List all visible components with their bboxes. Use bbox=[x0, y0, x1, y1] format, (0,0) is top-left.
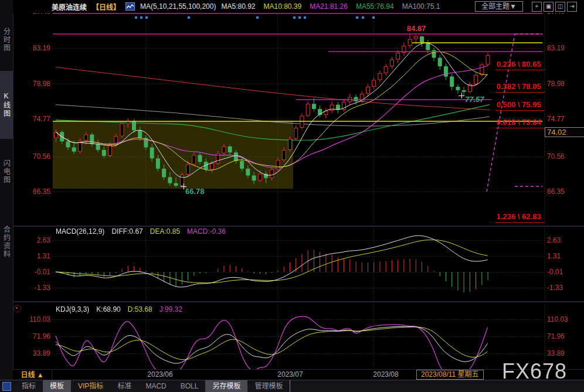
price-axis-label: -0.01 bbox=[13, 268, 50, 276]
ma-value-label: MA100:75.1 bbox=[402, 2, 440, 11]
price-axis-label: -1.33 bbox=[13, 284, 50, 292]
macd-value: MACD:-0.36 bbox=[187, 227, 226, 236]
tab-7[interactable]: 另存模板 bbox=[205, 380, 247, 392]
price-axis-label: 74.77 bbox=[547, 115, 565, 123]
bottom-tab-bar: 指标模板VIP指标标准MACDBOLL另存模板管理模板 bbox=[0, 380, 584, 392]
low-annotation: 66.78 bbox=[185, 187, 205, 196]
theme-select-button[interactable]: 全部主题▼ bbox=[475, 1, 523, 12]
symbol-title: 美原油连续 bbox=[52, 2, 87, 12]
kdj-header[interactable]: KDJ(9,3,3) K:68.90 D:53.68 J:99.32 bbox=[56, 305, 182, 313]
price-axis-label: 71.96 bbox=[13, 332, 50, 340]
price-axis-label: 78.98 bbox=[13, 80, 50, 88]
price-axis-label: 70.56 bbox=[13, 152, 50, 161]
kdj-j-value: J:99.32 bbox=[159, 305, 182, 313]
macd-dea-value: DEA:0.85 bbox=[150, 227, 180, 236]
price-axis-label: 66.35 bbox=[547, 188, 565, 196]
price-axis-label: 78.98 bbox=[547, 80, 565, 88]
ma-value-label: MA21:81.26 bbox=[310, 2, 348, 11]
pane-separator bbox=[13, 301, 584, 302]
price-axis-label: -0.01 bbox=[547, 268, 563, 276]
tab-3[interactable]: VIP指标 bbox=[71, 380, 110, 392]
period-selector[interactable]: 日线 ▲ bbox=[13, 370, 52, 380]
kdj-d-value: D:53.68 bbox=[128, 305, 152, 313]
last-price-tag: 74.02 bbox=[545, 127, 584, 137]
date-axis-label: 2023/08 bbox=[373, 370, 398, 379]
swing-low-annotation: 77.57 bbox=[465, 95, 484, 104]
date-axis-label: 2023/07 bbox=[277, 370, 303, 379]
kdj-k-value: K:68.90 bbox=[96, 305, 120, 313]
tab-8[interactable]: 管理模板 bbox=[247, 380, 290, 392]
pane-separator bbox=[13, 226, 584, 227]
fib-level-label: 0.500 \ 75.95 bbox=[495, 100, 545, 111]
price-axis-label: 33.89 bbox=[13, 349, 50, 357]
ma-value-label: MA5:80.92 bbox=[221, 2, 255, 11]
sidebar-item-4[interactable]: 合约资料 bbox=[0, 204, 13, 279]
price-axis-label: 66.35 bbox=[13, 188, 50, 196]
price-axis-label: 70.56 bbox=[547, 152, 565, 161]
fx678-watermark: FX678 bbox=[502, 359, 567, 384]
price-axis-label: 2.63 bbox=[13, 236, 50, 244]
tab-5[interactable]: MACD bbox=[138, 380, 173, 392]
tab-4[interactable]: 标准 bbox=[110, 380, 138, 392]
sidebar-item-1[interactable]: 分时图 bbox=[0, 15, 13, 65]
sidebar-item-3[interactable]: 闪电图 bbox=[0, 145, 13, 199]
trading-app-window: 分时图K线图闪电图合约资料 美原油连续 【日线】 MA(5,10,21,55,1… bbox=[0, 0, 584, 392]
price-axis-label: 83.19 bbox=[13, 44, 50, 52]
ma-value-label: MA55:76.94 bbox=[356, 2, 394, 11]
kdj-params: KDJ(9,3,3) bbox=[56, 305, 89, 313]
price-axis-label: 83.19 bbox=[547, 44, 565, 52]
tab-2[interactable]: 模板 bbox=[43, 380, 71, 392]
fib-level-label: 0.382 \ 78.05 bbox=[495, 82, 545, 93]
peak-annotation: 84.87 bbox=[407, 24, 426, 33]
tab-1[interactable]: 指标 bbox=[15, 380, 43, 392]
main-price-chart[interactable] bbox=[0, 0, 584, 226]
date-axis-label: 2023/06 bbox=[147, 370, 172, 379]
price-axis-label: -1.33 bbox=[547, 284, 563, 292]
ma-params-label: MA(5,10,21,55,100,200) bbox=[140, 2, 216, 11]
tab-bar-divider bbox=[290, 380, 290, 392]
ma-value-label: MA10:80.39 bbox=[264, 2, 302, 11]
indicator-panel-icon[interactable] bbox=[2, 382, 11, 391]
indicator-settings-icon[interactable] bbox=[13, 305, 21, 312]
tab-6[interactable]: BOLL bbox=[174, 380, 206, 392]
price-axis-label: 74.77 bbox=[13, 115, 50, 123]
pane-grid-icon[interactable]: ▣ bbox=[544, 2, 554, 12]
price-axis-label: 2.63 bbox=[547, 236, 561, 244]
toolbar-icons: +▣◫⇥ bbox=[532, 2, 577, 12]
fib-level-label: 0.618 \ 73.84 bbox=[495, 118, 545, 128]
left-sidebar: 分时图K线图闪电图合约资料 bbox=[0, 0, 13, 392]
period-tag: 【日线】 bbox=[92, 2, 120, 12]
pane-split-icon[interactable]: ◫ bbox=[555, 2, 565, 12]
price-axis-label: 1.31 bbox=[547, 252, 561, 260]
price-axis-label: 110.03 bbox=[13, 315, 50, 323]
macd-header[interactable]: MACD(26,12,9) DIFF:0.67 DEA:0.85 MACD:-0… bbox=[56, 227, 226, 236]
price-axis-label: 1.31 bbox=[13, 252, 50, 260]
macd-params: MACD(26,12,9) bbox=[56, 227, 104, 236]
date-axis-row: 日线 ▲ 2023/062023/072023/08 2023/08/11 星期… bbox=[13, 369, 584, 380]
kline-icon bbox=[125, 2, 135, 11]
macd-diff-value: DIFF:0.67 bbox=[111, 227, 142, 236]
ma-values: MA5:80.92MA10:80.39MA21:81.26MA55:76.94M… bbox=[221, 2, 440, 11]
crosshair-icon[interactable]: + bbox=[532, 2, 542, 12]
price-axis-label: 110.03 bbox=[547, 315, 568, 323]
price-axis-label: 33.89 bbox=[547, 349, 565, 357]
macd-indicator-chart[interactable] bbox=[0, 226, 584, 302]
fib-level-label: 1.236 \ 62.83 bbox=[495, 212, 545, 223]
sidebar-item-2[interactable]: K线图 bbox=[0, 71, 13, 139]
price-axis-label: 71.96 bbox=[547, 332, 565, 340]
collapse-panel-icon[interactable]: ⇥ bbox=[567, 2, 577, 12]
top-toolbar: 美原油连续 【日线】 MA(5,10,21,55,100,200) MA5:80… bbox=[13, 0, 584, 13]
fib-level-label: 0.236 \ 80.65 bbox=[495, 60, 545, 70]
current-date-box: 2023/08/11 星期五 bbox=[416, 370, 484, 380]
